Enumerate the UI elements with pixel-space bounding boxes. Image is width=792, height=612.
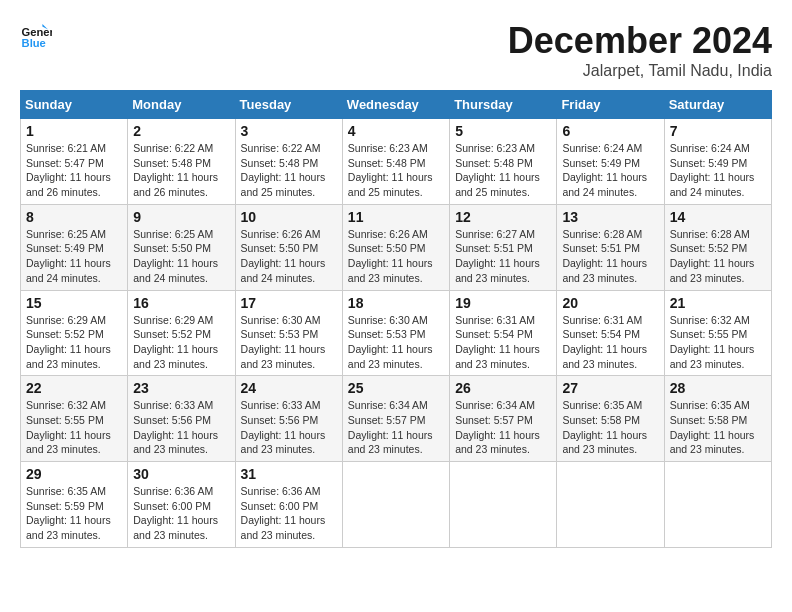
month-title: December 2024 [508,20,772,62]
calendar-cell: 12 Sunrise: 6:27 AM Sunset: 5:51 PM Dayl… [450,204,557,290]
weekday-header-thursday: Thursday [450,91,557,119]
logo-icon: General Blue [20,20,52,52]
day-number: 21 [670,295,766,311]
calendar-cell: 8 Sunrise: 6:25 AM Sunset: 5:49 PM Dayli… [21,204,128,290]
day-number: 5 [455,123,551,139]
calendar-cell: 13 Sunrise: 6:28 AM Sunset: 5:51 PM Dayl… [557,204,664,290]
day-detail: Sunrise: 6:24 AM Sunset: 5:49 PM Dayligh… [562,141,658,200]
day-detail: Sunrise: 6:24 AM Sunset: 5:49 PM Dayligh… [670,141,766,200]
day-number: 7 [670,123,766,139]
day-detail: Sunrise: 6:34 AM Sunset: 5:57 PM Dayligh… [348,398,444,457]
day-detail: Sunrise: 6:35 AM Sunset: 5:58 PM Dayligh… [562,398,658,457]
day-detail: Sunrise: 6:26 AM Sunset: 5:50 PM Dayligh… [241,227,337,286]
calendar-cell [342,462,449,548]
calendar-cell [450,462,557,548]
calendar-cell: 27 Sunrise: 6:35 AM Sunset: 5:58 PM Dayl… [557,376,664,462]
calendar-cell: 25 Sunrise: 6:34 AM Sunset: 5:57 PM Dayl… [342,376,449,462]
calendar-week-5: 29 Sunrise: 6:35 AM Sunset: 5:59 PM Dayl… [21,462,772,548]
title-area: December 2024 Jalarpet, Tamil Nadu, Indi… [508,20,772,80]
day-number: 16 [133,295,229,311]
day-number: 9 [133,209,229,225]
day-number: 10 [241,209,337,225]
day-detail: Sunrise: 6:30 AM Sunset: 5:53 PM Dayligh… [241,313,337,372]
day-detail: Sunrise: 6:31 AM Sunset: 5:54 PM Dayligh… [455,313,551,372]
day-detail: Sunrise: 6:31 AM Sunset: 5:54 PM Dayligh… [562,313,658,372]
calendar-cell: 26 Sunrise: 6:34 AM Sunset: 5:57 PM Dayl… [450,376,557,462]
calendar-cell: 30 Sunrise: 6:36 AM Sunset: 6:00 PM Dayl… [128,462,235,548]
calendar-cell: 11 Sunrise: 6:26 AM Sunset: 5:50 PM Dayl… [342,204,449,290]
day-number: 28 [670,380,766,396]
day-number: 8 [26,209,122,225]
day-detail: Sunrise: 6:36 AM Sunset: 6:00 PM Dayligh… [133,484,229,543]
day-detail: Sunrise: 6:25 AM Sunset: 5:49 PM Dayligh… [26,227,122,286]
day-detail: Sunrise: 6:22 AM Sunset: 5:48 PM Dayligh… [133,141,229,200]
calendar-cell: 7 Sunrise: 6:24 AM Sunset: 5:49 PM Dayli… [664,119,771,205]
day-number: 20 [562,295,658,311]
day-detail: Sunrise: 6:33 AM Sunset: 5:56 PM Dayligh… [241,398,337,457]
day-detail: Sunrise: 6:23 AM Sunset: 5:48 PM Dayligh… [348,141,444,200]
day-detail: Sunrise: 6:30 AM Sunset: 5:53 PM Dayligh… [348,313,444,372]
day-number: 15 [26,295,122,311]
calendar-cell: 14 Sunrise: 6:28 AM Sunset: 5:52 PM Dayl… [664,204,771,290]
calendar-cell: 1 Sunrise: 6:21 AM Sunset: 5:47 PM Dayli… [21,119,128,205]
weekday-header-row: SundayMondayTuesdayWednesdayThursdayFrid… [21,91,772,119]
day-number: 30 [133,466,229,482]
calendar-cell: 4 Sunrise: 6:23 AM Sunset: 5:48 PM Dayli… [342,119,449,205]
weekday-header-tuesday: Tuesday [235,91,342,119]
day-detail: Sunrise: 6:28 AM Sunset: 5:51 PM Dayligh… [562,227,658,286]
day-number: 23 [133,380,229,396]
day-number: 24 [241,380,337,396]
calendar-table: SundayMondayTuesdayWednesdayThursdayFrid… [20,90,772,548]
day-number: 12 [455,209,551,225]
weekday-header-saturday: Saturday [664,91,771,119]
day-detail: Sunrise: 6:32 AM Sunset: 5:55 PM Dayligh… [26,398,122,457]
day-number: 11 [348,209,444,225]
svg-text:General: General [22,26,52,38]
calendar-cell: 22 Sunrise: 6:32 AM Sunset: 5:55 PM Dayl… [21,376,128,462]
calendar-cell: 29 Sunrise: 6:35 AM Sunset: 5:59 PM Dayl… [21,462,128,548]
day-number: 31 [241,466,337,482]
calendar-cell: 28 Sunrise: 6:35 AM Sunset: 5:58 PM Dayl… [664,376,771,462]
day-detail: Sunrise: 6:27 AM Sunset: 5:51 PM Dayligh… [455,227,551,286]
calendar-cell: 19 Sunrise: 6:31 AM Sunset: 5:54 PM Dayl… [450,290,557,376]
day-number: 4 [348,123,444,139]
calendar-cell: 20 Sunrise: 6:31 AM Sunset: 5:54 PM Dayl… [557,290,664,376]
logo: General Blue [20,20,52,52]
day-detail: Sunrise: 6:35 AM Sunset: 5:58 PM Dayligh… [670,398,766,457]
day-number: 19 [455,295,551,311]
day-detail: Sunrise: 6:35 AM Sunset: 5:59 PM Dayligh… [26,484,122,543]
calendar-cell: 2 Sunrise: 6:22 AM Sunset: 5:48 PM Dayli… [128,119,235,205]
day-detail: Sunrise: 6:28 AM Sunset: 5:52 PM Dayligh… [670,227,766,286]
day-detail: Sunrise: 6:32 AM Sunset: 5:55 PM Dayligh… [670,313,766,372]
calendar-cell: 18 Sunrise: 6:30 AM Sunset: 5:53 PM Dayl… [342,290,449,376]
calendar-cell: 31 Sunrise: 6:36 AM Sunset: 6:00 PM Dayl… [235,462,342,548]
day-detail: Sunrise: 6:25 AM Sunset: 5:50 PM Dayligh… [133,227,229,286]
day-number: 6 [562,123,658,139]
day-detail: Sunrise: 6:34 AM Sunset: 5:57 PM Dayligh… [455,398,551,457]
day-number: 22 [26,380,122,396]
header: General Blue December 2024 Jalarpet, Tam… [20,20,772,80]
day-number: 27 [562,380,658,396]
day-detail: Sunrise: 6:36 AM Sunset: 6:00 PM Dayligh… [241,484,337,543]
day-number: 2 [133,123,229,139]
calendar-cell [557,462,664,548]
calendar-cell: 21 Sunrise: 6:32 AM Sunset: 5:55 PM Dayl… [664,290,771,376]
calendar-cell: 23 Sunrise: 6:33 AM Sunset: 5:56 PM Dayl… [128,376,235,462]
day-detail: Sunrise: 6:23 AM Sunset: 5:48 PM Dayligh… [455,141,551,200]
calendar-cell: 10 Sunrise: 6:26 AM Sunset: 5:50 PM Dayl… [235,204,342,290]
calendar-cell: 9 Sunrise: 6:25 AM Sunset: 5:50 PM Dayli… [128,204,235,290]
weekday-header-friday: Friday [557,91,664,119]
day-number: 29 [26,466,122,482]
calendar-cell: 6 Sunrise: 6:24 AM Sunset: 5:49 PM Dayli… [557,119,664,205]
day-number: 25 [348,380,444,396]
day-detail: Sunrise: 6:33 AM Sunset: 5:56 PM Dayligh… [133,398,229,457]
svg-text:Blue: Blue [22,37,46,49]
calendar-cell: 15 Sunrise: 6:29 AM Sunset: 5:52 PM Dayl… [21,290,128,376]
day-number: 18 [348,295,444,311]
location: Jalarpet, Tamil Nadu, India [508,62,772,80]
day-number: 13 [562,209,658,225]
day-number: 14 [670,209,766,225]
day-number: 3 [241,123,337,139]
calendar-cell: 24 Sunrise: 6:33 AM Sunset: 5:56 PM Dayl… [235,376,342,462]
calendar-cell: 5 Sunrise: 6:23 AM Sunset: 5:48 PM Dayli… [450,119,557,205]
